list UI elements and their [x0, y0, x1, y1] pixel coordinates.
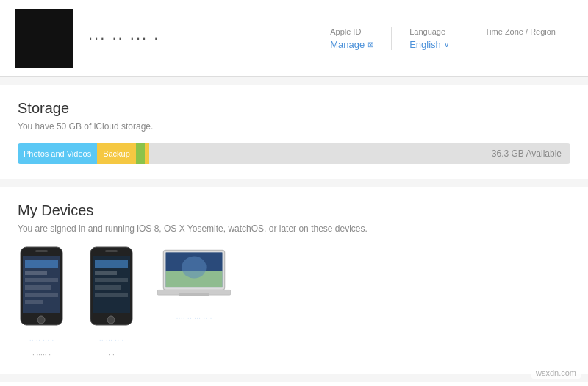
bar-photos: Photos and Videos: [18, 143, 97, 164]
apple-id-meta: Apple ID Manage ⊠: [312, 27, 391, 50]
storage-section: Storage You have 50 GB of iCloud storage…: [0, 85, 588, 179]
svg-point-8: [37, 316, 45, 324]
svg-rect-3: [25, 271, 47, 275]
device-item[interactable]: ···· ·· ··· ·· ·: [157, 246, 231, 359]
devices-grid: ·· ·· ··· · · ····· ·: [18, 246, 570, 359]
svg-rect-9: [35, 250, 48, 252]
svg-rect-4: [25, 278, 58, 282]
external-link-icon: ⊠: [368, 40, 373, 49]
devices-subtitle: You are signed in and running iOS 8, OS …: [18, 224, 570, 234]
svg-rect-16: [95, 293, 128, 297]
user-name: ··· ·· ··· ·: [88, 29, 159, 48]
svg-rect-18: [105, 250, 118, 252]
svg-rect-6: [25, 293, 58, 297]
device-image-phone1: [18, 246, 65, 329]
svg-point-17: [107, 316, 115, 324]
phone-icon: [87, 246, 135, 326]
laptop-icon: [157, 246, 231, 304]
language-label: Language: [409, 27, 449, 36]
device-item[interactable]: ·· ·· ··· · · ····· ·: [18, 246, 65, 359]
timezone-label: Time Zone / Region: [485, 27, 556, 36]
photos-label: Photos and Videos: [24, 149, 91, 158]
device-image-phone2: [87, 246, 135, 329]
storage-bar-used: Photos and Videos Backup: [18, 143, 149, 164]
device-name-3: ···· ·· ··· ·· ·: [176, 312, 212, 323]
user-name-area: ··· ·· ··· ·: [88, 29, 159, 48]
apple-id-label: Apple ID: [330, 27, 373, 36]
header-meta: Apple ID Manage ⊠ Language English ∨ Tim…: [312, 27, 573, 50]
storage-available-label: 36.3 GB Available: [492, 149, 562, 159]
language-value[interactable]: English ∨: [409, 39, 449, 50]
svg-rect-2: [25, 260, 58, 268]
language-text: English: [409, 39, 441, 50]
avatar: [15, 9, 74, 68]
manage-link[interactable]: Manage: [330, 39, 365, 50]
advanced-section: Advanced Restore Files Restore Contacts …: [0, 382, 588, 386]
header: ··· ·· ··· · Apple ID Manage ⊠ Language …: [0, 0, 588, 77]
language-meta: Language English ∨: [391, 27, 467, 50]
svg-rect-13: [95, 271, 117, 275]
svg-rect-5: [25, 285, 51, 290]
storage-title: Storage: [18, 100, 570, 117]
svg-rect-7: [25, 300, 43, 304]
chevron-down-icon: ∨: [444, 40, 449, 49]
device-item[interactable]: ·· ··· ·· · · ·: [87, 246, 135, 359]
bar-other-yellow: [145, 143, 149, 164]
backup-label: Backup: [103, 149, 130, 158]
bar-backup: Backup: [97, 143, 136, 164]
svg-rect-25: [179, 293, 209, 296]
device-name-2: ·· ··· ·· ·: [99, 335, 124, 345]
storage-bar: Photos and Videos Backup 36.3 GB Availab…: [18, 143, 570, 164]
device-image-laptop: [157, 246, 231, 307]
device-sub-2: · ·: [108, 351, 114, 359]
bar-other-green: [136, 143, 145, 164]
storage-subtitle: You have 50 GB of iCloud storage.: [18, 121, 570, 132]
svg-rect-12: [95, 260, 128, 268]
svg-rect-15: [95, 285, 121, 290]
device-sub-1: · ····· ·: [32, 351, 51, 359]
phone-icon: [18, 246, 65, 326]
devices-section: My Devices You are signed in and running…: [0, 187, 588, 374]
devices-title: My Devices: [18, 202, 570, 219]
apple-id-value[interactable]: Manage ⊠: [330, 39, 373, 50]
timezone-meta: Time Zone / Region: [467, 27, 573, 50]
watermark: wsxdn.com: [531, 367, 581, 379]
device-name-1: ·· ·· ··· ·: [29, 335, 54, 345]
svg-rect-14: [95, 278, 128, 282]
svg-point-23: [182, 257, 206, 279]
